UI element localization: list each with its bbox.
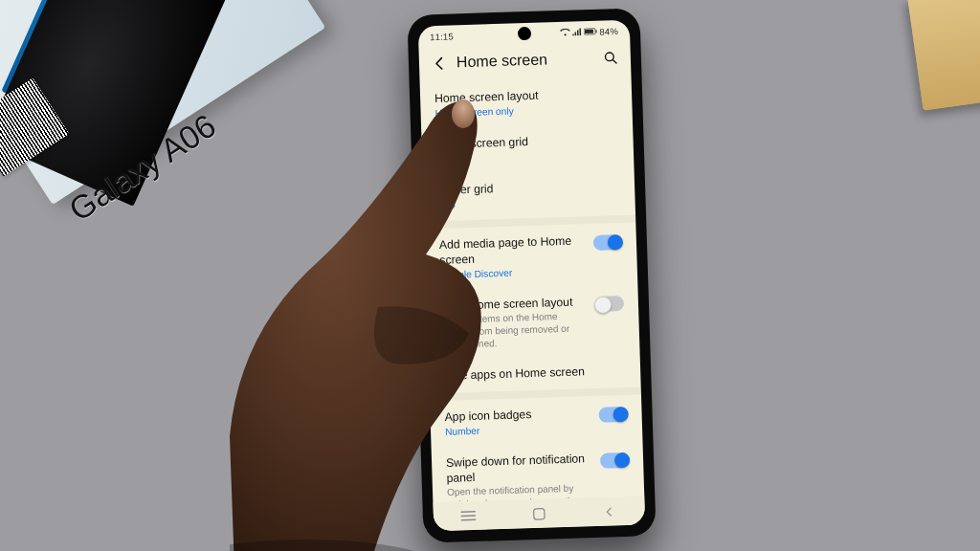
status-time: 11:15: [430, 31, 454, 42]
chevron-left-icon: [432, 55, 449, 72]
signal-icon: [572, 28, 582, 35]
row-label: Swipe down for notification panel: [446, 451, 591, 486]
status-indicators: 84%: [560, 26, 618, 38]
status-battery: 84%: [599, 26, 618, 37]
row-add-media-page[interactable]: Add media page to Home screen Google Dis…: [424, 223, 637, 291]
row-folder-grid[interactable]: Folder grid 3X4: [423, 168, 635, 221]
svg-rect-1: [596, 30, 597, 33]
recents-icon: [460, 510, 477, 522]
home-icon: [532, 506, 546, 520]
settings-list: Home screen layout Home screen only Home…: [420, 77, 646, 532]
battery-icon: [584, 28, 597, 35]
toggle-lock-layout[interactable]: [595, 296, 624, 312]
svg-line-4: [612, 59, 616, 63]
svg-point-10: [230, 540, 440, 551]
row-app-icon-badges[interactable]: App icon badges Number: [430, 395, 642, 448]
toggle-swipe-down[interactable]: [600, 452, 629, 469]
page-title: Home screen: [457, 50, 594, 72]
wood-stand: [907, 0, 980, 111]
back-button[interactable]: [432, 55, 449, 72]
phone-screen: 11:15 84% Home screen Home screen layout: [418, 20, 645, 532]
nav-home[interactable]: [528, 503, 550, 525]
navigation-bar: [433, 496, 645, 531]
wifi-icon: [560, 29, 570, 36]
nav-back[interactable]: [599, 500, 621, 522]
svg-rect-2: [585, 30, 593, 33]
toggle-app-icon-badges[interactable]: [598, 406, 627, 422]
phone-frame: 11:15 84% Home screen Home screen layout: [407, 8, 656, 542]
row-home-screen-layout[interactable]: Home screen layout Home screen only: [420, 77, 633, 129]
row-lock-layout[interactable]: Lock Home screen layout Prevent items on…: [426, 284, 639, 361]
search-button[interactable]: [603, 50, 618, 65]
svg-rect-8: [534, 508, 546, 519]
toggle-add-media-page[interactable]: [593, 234, 622, 251]
row-label: Hide apps on Home screen: [443, 363, 626, 384]
row-label: Add media page to Home screen: [439, 232, 585, 268]
search-icon: [603, 50, 618, 65]
row-home-screen-grid[interactable]: Home screen grid 5X6: [421, 122, 634, 175]
row-description: Prevent items on the Home screen from be…: [441, 310, 587, 351]
back-icon: [604, 505, 615, 518]
nav-recents[interactable]: [457, 505, 479, 527]
